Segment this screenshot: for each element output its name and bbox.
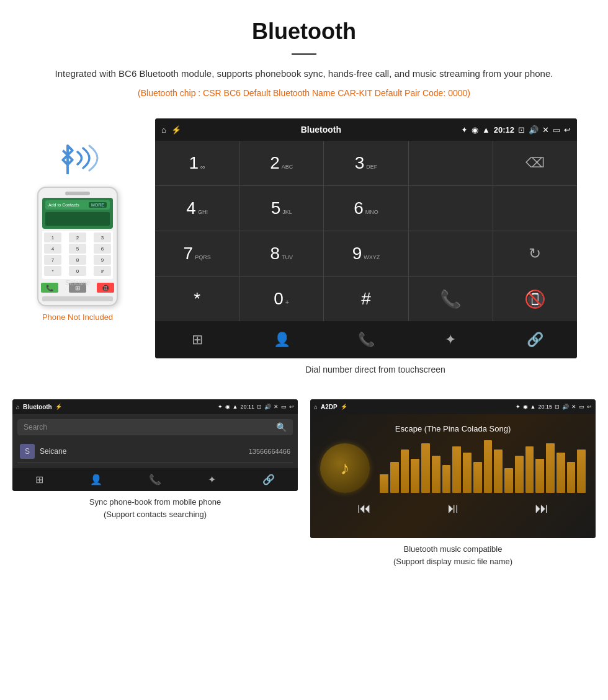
back-icon[interactable]: ↩ xyxy=(564,125,571,135)
dial-key-9[interactable]: 9 WXYZ xyxy=(324,231,408,276)
pb-home-icon[interactable]: ⌂ xyxy=(16,404,20,410)
pb-vol-icon[interactable]: 🔊 xyxy=(264,404,271,410)
pb-win-icon[interactable]: ▭ xyxy=(281,404,287,410)
music-sig-icon: ▲ xyxy=(530,404,536,410)
phonebook-caption: Sync phone-book from mobile phone (Suppo… xyxy=(89,496,221,520)
music-vol-icon[interactable]: 🔊 xyxy=(562,404,569,410)
dial-key-8[interactable]: 8 TUV xyxy=(239,231,323,276)
music-cam-icon[interactable]: ⊡ xyxy=(555,404,560,410)
next-track-btn[interactable]: ⏭ xyxy=(535,500,548,516)
pb-nav-bt[interactable]: ✦ xyxy=(203,471,221,488)
pb-nav-phone[interactable]: 📞 xyxy=(144,471,166,488)
dial-key-3[interactable]: 3 DEF xyxy=(324,141,408,185)
pb-time: 20:11 xyxy=(240,404,254,410)
music-x-icon[interactable]: ✕ xyxy=(571,404,576,410)
music-usb-icon: ⚡ xyxy=(341,404,347,410)
call-red-icon: 📵 xyxy=(524,289,546,309)
phone-screen-top: Add to Contacts MORE xyxy=(45,200,110,210)
dial-key-7[interactable]: 7 PQRS xyxy=(155,231,239,276)
volume-icon[interactable]: 🔊 xyxy=(529,125,539,135)
status-time: 20:12 xyxy=(494,125,514,135)
pb-cam-icon[interactable]: ⊡ xyxy=(257,404,262,410)
phone-not-included-label: Phone Not Included xyxy=(42,312,113,322)
pb-x-icon[interactable]: ✕ xyxy=(274,404,279,410)
key-9[interactable]: 9 xyxy=(94,255,111,265)
music-viz-bar-13 xyxy=(515,456,524,493)
pb-contact-row[interactable]: S Seicane 13566664466 xyxy=(17,440,293,463)
play-pause-btn[interactable]: ⏯ xyxy=(446,500,460,516)
pb-search-bar[interactable]: Search 🔍 xyxy=(17,419,293,435)
pb-loc-icon: ◉ xyxy=(225,404,230,410)
phone-call-red-btn[interactable]: 📵 xyxy=(97,283,114,293)
camera-icon[interactable]: ⊡ xyxy=(518,125,525,135)
key-hash[interactable]: # xyxy=(94,266,111,276)
key-6[interactable]: 6 xyxy=(94,244,111,254)
nav-contacts[interactable]: 👤 xyxy=(239,326,324,353)
pb-bt-icon: ✦ xyxy=(218,404,223,410)
music-viz-bar-14 xyxy=(525,446,534,493)
window-icon[interactable]: ▭ xyxy=(553,125,560,135)
dial-call-green[interactable]: 📞 xyxy=(409,277,493,321)
keypad-row-4: * 0 # xyxy=(44,266,111,276)
key-star[interactable]: * xyxy=(44,266,61,276)
pb-nav-person[interactable]: 👤 xyxy=(85,471,107,488)
music-viz-bar-4 xyxy=(421,443,430,493)
dial-key-0[interactable]: 0 + xyxy=(239,277,323,321)
dial-key-hash[interactable]: # xyxy=(324,277,408,321)
music-home-icon[interactable]: ⌂ xyxy=(314,404,318,410)
nav-link[interactable]: 🔗 xyxy=(493,326,577,353)
close-icon[interactable]: ✕ xyxy=(542,125,549,135)
music-loc-icon: ◉ xyxy=(523,404,528,410)
bluetooth-status-icon: ✦ xyxy=(461,125,468,135)
nav-dialpad[interactable]: ⊞ xyxy=(155,326,239,353)
key-0[interactable]: 0 xyxy=(69,266,86,276)
music-viz-bar-1 xyxy=(390,462,399,493)
dial-key-star[interactable]: * xyxy=(155,277,239,321)
music-win-icon[interactable]: ▭ xyxy=(579,404,584,410)
music-viz-bar-16 xyxy=(546,443,555,493)
dial-key-4[interactable]: 4 GHI xyxy=(155,186,239,231)
prev-track-btn[interactable]: ⏮ xyxy=(357,500,371,516)
home-icon[interactable]: ⌂ xyxy=(161,125,166,135)
phone-bottom-bar xyxy=(42,296,113,301)
key-1[interactable]: 1 xyxy=(44,233,61,242)
music-caption-line2: (Support display music file name) xyxy=(393,557,512,566)
dial-backspace[interactable]: ⌫ xyxy=(493,141,577,185)
music-bt-icon: ✦ xyxy=(516,404,521,410)
page-description: Integrated with BC6 Bluetooth module, su… xyxy=(37,66,571,81)
dial-refresh[interactable]: ↻ xyxy=(493,231,577,276)
key-4[interactable]: 4 xyxy=(44,244,61,254)
key-8[interactable]: 8 xyxy=(69,255,86,265)
music-viz-bar-11 xyxy=(494,450,503,493)
pb-back-icon[interactable]: ↩ xyxy=(289,404,294,410)
key-3[interactable]: 3 xyxy=(94,233,111,242)
phone-mockup: Add to Contacts MORE 1 2 3 4 5 6 xyxy=(37,187,118,306)
pb-nav-link[interactable]: 🔗 xyxy=(257,471,280,488)
key-5[interactable]: 5 xyxy=(69,244,86,254)
pb-screen-title: Bluetooth xyxy=(23,404,52,410)
car-screen-area: ⌂ ⚡ Bluetooth ✦ ◉ ▲ 20:12 ⊡ 🔊 ✕ ▭ ↩ xyxy=(155,118,596,387)
phone-call-green-btn[interactable]: 📞 xyxy=(41,283,58,293)
music-viz-bar-9 xyxy=(473,462,482,493)
phonebook-block: ⌂ Bluetooth ⚡ ✦ ◉ ▲ 20:11 ⊡ 🔊 ✕ ▭ ↩ xyxy=(12,399,298,567)
nav-bluetooth[interactable]: ✦ xyxy=(408,326,493,353)
music-back-icon[interactable]: ↩ xyxy=(587,404,592,410)
dial-key-6[interactable]: 6 MNO xyxy=(324,186,408,231)
pb-nav-grid[interactable]: ⊞ xyxy=(30,471,48,488)
pb-nav: ⊞ 👤 📞 ✦ 🔗 xyxy=(12,468,298,491)
dial-call-red[interactable]: 📵 xyxy=(493,277,577,321)
pb-search-icon: 🔍 xyxy=(276,422,287,432)
dial-key-5[interactable]: 5 JKL xyxy=(239,186,323,231)
dial-key-2[interactable]: 2 ABC xyxy=(239,141,323,185)
signal-icon: ▲ xyxy=(482,125,490,135)
nav-phone[interactable]: 📞 xyxy=(324,326,408,353)
phone-screen: Add to Contacts MORE xyxy=(42,198,113,229)
key-7[interactable]: 7 xyxy=(44,255,61,265)
dial-key-1[interactable]: 1 ∞ xyxy=(155,141,239,185)
music-viz-bar-18 xyxy=(567,462,576,493)
phone-area: Add to Contacts MORE 1 2 3 4 5 6 xyxy=(12,118,143,322)
music-viz-bar-7 xyxy=(452,446,461,493)
keypad-row-2: 4 5 6 xyxy=(44,244,111,254)
key-2[interactable]: 2 xyxy=(69,233,86,242)
music-viz-bar-10 xyxy=(484,440,493,493)
